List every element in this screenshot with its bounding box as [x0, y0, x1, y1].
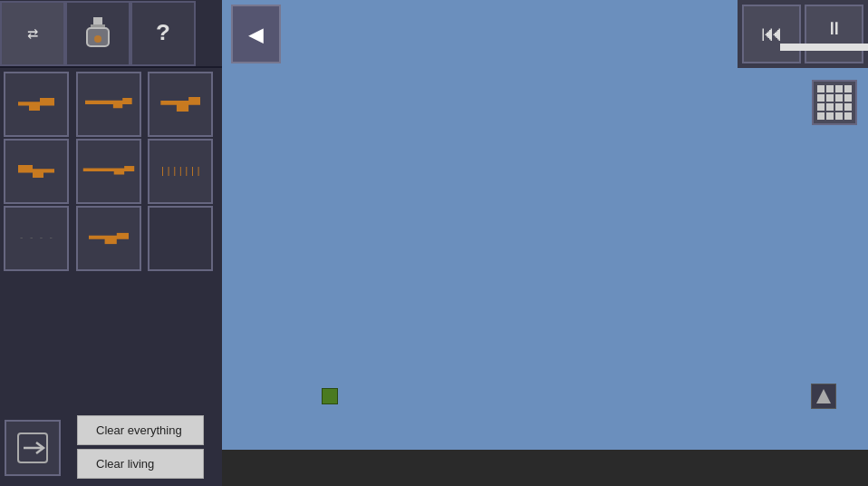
weapon-slot-7[interactable]: - - - - — [4, 206, 69, 271]
bottom-left-area: Clear everything Clear living — [0, 409, 222, 486]
swap-button[interactable]: ⇄ — [0, 1, 65, 66]
weapon-slot-8[interactable] — [76, 206, 141, 271]
rewind-button[interactable]: ⏮ — [742, 5, 801, 63]
exit-button[interactable] — [5, 420, 61, 476]
grid-icon — [817, 85, 852, 120]
pause-button[interactable]: ⏸ — [805, 5, 863, 63]
weapon-slot-4[interactable] — [4, 139, 69, 204]
context-menu: Clear everything Clear living — [77, 415, 204, 479]
back-button[interactable]: ◀ — [231, 5, 281, 63]
bottom-right-object — [811, 384, 836, 409]
weapon-slot-2[interactable] — [76, 72, 141, 137]
weapon-slot-9[interactable] — [148, 206, 213, 271]
top-right-controls: ⏮ ⏸ — [738, 0, 868, 68]
grid-toggle-button[interactable] — [812, 80, 857, 125]
weapon-slot-1[interactable] — [4, 72, 69, 137]
weapon-slot-5[interactable] — [76, 139, 141, 204]
game-object — [322, 388, 338, 404]
weapon-slot-3[interactable] — [148, 72, 213, 137]
top-toolbar: ⇄ ? — [0, 0, 222, 68]
clear-living-button[interactable]: Clear living — [77, 449, 204, 479]
speed-bar — [780, 44, 869, 51]
weapon-slot-6[interactable]: ||||||| — [148, 139, 213, 204]
clear-everything-button[interactable]: Clear everything — [77, 415, 204, 445]
svg-point-4 — [94, 35, 101, 43]
help-button[interactable]: ? — [130, 1, 196, 66]
bottom-bar — [222, 450, 868, 486]
svg-marker-7 — [816, 389, 831, 403]
svg-rect-0 — [93, 17, 102, 24]
inventory-button[interactable] — [65, 1, 130, 66]
